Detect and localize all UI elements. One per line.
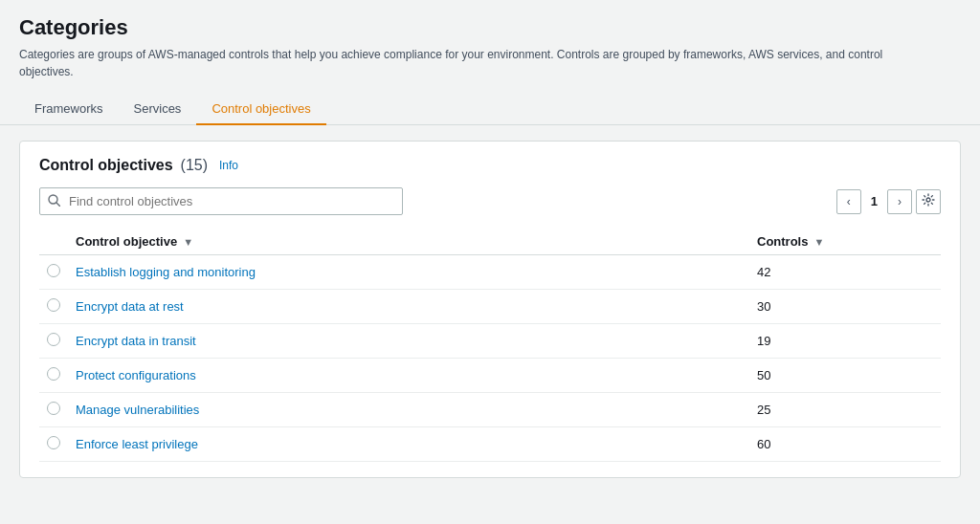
objective-cell: Enforce least privilege xyxy=(68,427,749,462)
col-selector xyxy=(39,229,68,255)
radio-button[interactable] xyxy=(47,367,60,381)
tab-services[interactable]: Services xyxy=(119,94,197,125)
radio-button[interactable] xyxy=(47,436,60,449)
objective-cell: Encrypt data in transit xyxy=(68,324,749,359)
radio-button[interactable] xyxy=(47,402,60,415)
table-row: Manage vulnerabilities25 xyxy=(39,393,941,427)
chevron-left-icon: ‹ xyxy=(847,195,851,208)
sort-icon-objective[interactable]: ▼ xyxy=(183,236,193,248)
page-description: Categories are groups of AWS-managed con… xyxy=(19,46,938,80)
page-title: Categories xyxy=(19,15,961,40)
row-selector-cell[interactable] xyxy=(39,427,68,462)
controls-cell: 19 xyxy=(749,324,941,359)
panel-header: Control objectives (15) Info xyxy=(39,157,941,174)
controls-cell: 60 xyxy=(749,427,941,462)
pagination-controls: ‹ 1 › xyxy=(836,189,941,214)
info-link[interactable]: Info xyxy=(219,159,238,172)
table-row: Establish logging and monitoring42 xyxy=(39,255,941,290)
radio-button[interactable] xyxy=(47,264,60,277)
table-header-row: Control objective ▼ Controls ▼ xyxy=(39,229,941,255)
table-row: Encrypt data at rest30 xyxy=(39,290,941,324)
controls-cell: 50 xyxy=(749,359,941,393)
tab-bar: Frameworks Services Control objectives xyxy=(0,94,980,125)
svg-point-2 xyxy=(926,198,930,202)
row-selector-cell[interactable] xyxy=(39,290,68,324)
controls-cell: 42 xyxy=(749,255,941,290)
col-header-controls: Controls ▼ xyxy=(749,229,941,255)
search-bar-row: ‹ 1 › xyxy=(39,187,941,215)
objective-link[interactable]: Protect configurations xyxy=(76,368,196,382)
page-number: 1 xyxy=(865,194,883,208)
control-objectives-panel: Control objectives (15) Info ‹ 1 xyxy=(19,141,961,478)
tab-control-objectives[interactable]: Control objectives xyxy=(196,94,325,125)
settings-button[interactable] xyxy=(916,189,941,214)
row-selector-cell[interactable] xyxy=(39,359,68,393)
radio-button[interactable] xyxy=(47,333,60,346)
panel-count: (15) xyxy=(181,157,208,174)
sort-icon-controls[interactable]: ▼ xyxy=(813,236,824,248)
control-objectives-table: Control objective ▼ Controls ▼ Establish… xyxy=(39,229,941,462)
objective-cell: Protect configurations xyxy=(68,359,749,393)
objective-link[interactable]: Encrypt data in transit xyxy=(76,334,196,348)
table-row: Enforce least privilege60 xyxy=(39,427,941,462)
objective-link[interactable]: Enforce least privilege xyxy=(76,437,198,451)
table-row: Protect configurations50 xyxy=(39,359,941,393)
search-icon xyxy=(48,194,60,209)
next-page-button[interactable]: › xyxy=(887,189,912,214)
main-content: Control objectives (15) Info ‹ 1 xyxy=(0,125,980,493)
chevron-right-icon: › xyxy=(898,195,902,208)
objective-link[interactable]: Encrypt data at rest xyxy=(76,299,184,314)
controls-cell: 30 xyxy=(749,290,941,324)
col-header-control-objective: Control objective ▼ xyxy=(68,229,749,255)
objective-link[interactable]: Establish logging and monitoring xyxy=(76,265,256,279)
svg-line-1 xyxy=(56,203,60,207)
settings-icon xyxy=(922,193,935,209)
radio-button[interactable] xyxy=(47,298,60,312)
search-container xyxy=(39,187,403,215)
row-selector-cell[interactable] xyxy=(39,255,68,290)
objective-link[interactable]: Manage vulnerabilities xyxy=(76,403,199,417)
objective-cell: Encrypt data at rest xyxy=(68,290,749,324)
page-header: Categories Categories are groups of AWS-… xyxy=(0,0,980,125)
tab-frameworks[interactable]: Frameworks xyxy=(19,94,119,125)
panel-title: Control objectives xyxy=(39,157,173,174)
prev-page-button[interactable]: ‹ xyxy=(836,189,861,214)
search-input[interactable] xyxy=(39,187,403,215)
objective-cell: Manage vulnerabilities xyxy=(68,393,749,427)
controls-cell: 25 xyxy=(749,393,941,427)
table-row: Encrypt data in transit19 xyxy=(39,324,941,359)
row-selector-cell[interactable] xyxy=(39,324,68,359)
row-selector-cell[interactable] xyxy=(39,393,68,427)
objective-cell: Establish logging and monitoring xyxy=(68,255,749,290)
